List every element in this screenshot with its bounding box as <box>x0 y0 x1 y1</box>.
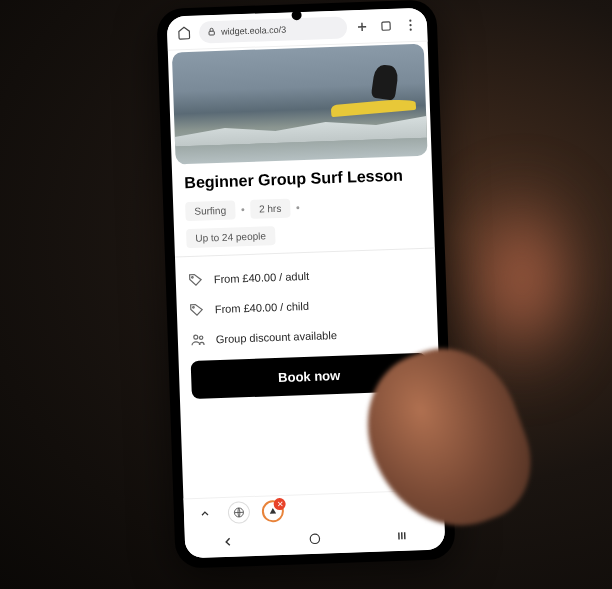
svg-point-10 <box>310 534 320 544</box>
new-tab-icon[interactable] <box>353 17 372 36</box>
svg-point-7 <box>194 335 198 339</box>
tag-icon <box>189 302 206 319</box>
group-icon <box>190 332 207 349</box>
home-icon[interactable] <box>175 23 194 42</box>
tag-icon <box>188 272 205 289</box>
svg-point-5 <box>192 276 194 278</box>
tag-activity: Surfing <box>185 200 235 221</box>
url-bar[interactable]: widget.eola.co/3 <box>199 16 348 43</box>
tag-row: Surfing 2 hrs <box>185 194 422 221</box>
discount-text: Group discount available <box>216 329 337 345</box>
svg-point-4 <box>409 28 411 30</box>
chevron-up-icon[interactable] <box>194 502 217 525</box>
tabs-icon[interactable] <box>377 16 396 35</box>
divider <box>175 247 435 257</box>
tag-capacity: Up to 24 people <box>186 226 275 248</box>
listing-title: Beginner Group Surf Lesson <box>184 166 420 192</box>
svg-point-6 <box>193 306 195 308</box>
menu-icon[interactable] <box>401 15 420 34</box>
separator-dot <box>241 208 244 211</box>
svg-point-3 <box>409 24 411 26</box>
svg-rect-1 <box>382 21 390 29</box>
tag-row-2: Up to 24 people <box>186 221 423 248</box>
price-child-text: From £40.00 / child <box>215 300 310 315</box>
home-button[interactable] <box>295 528 336 549</box>
svg-point-2 <box>409 19 411 21</box>
svg-point-8 <box>199 336 202 339</box>
price-adult-text: From £40.00 / adult <box>214 270 310 285</box>
recents-button[interactable] <box>381 525 422 546</box>
tag-duration: 2 hrs <box>250 199 291 219</box>
svg-rect-0 <box>209 31 214 35</box>
hero-image <box>172 44 428 165</box>
back-button[interactable] <box>208 531 249 552</box>
notification-badge-icon[interactable]: ✕ <box>262 499 285 522</box>
url-text: widget.eola.co/3 <box>221 24 286 36</box>
separator-dot <box>296 206 299 209</box>
lock-icon <box>207 27 216 36</box>
globe-icon[interactable] <box>228 501 251 524</box>
